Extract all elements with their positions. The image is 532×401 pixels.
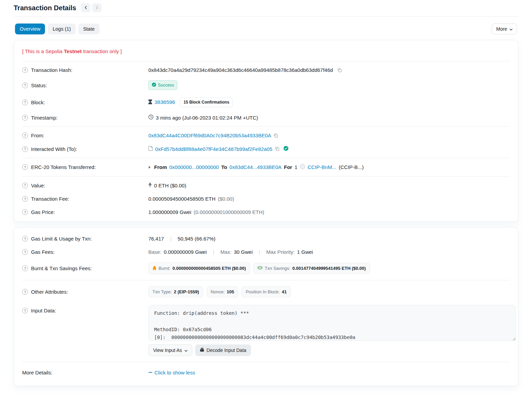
erc20-for-word: For (284, 164, 292, 170)
separator: | (213, 249, 214, 255)
decode-icon (200, 348, 204, 353)
divider (22, 280, 510, 280)
testnet-notice: [ This is a Sepolia Testnet transaction … (22, 43, 510, 59)
input-data-label: Input Data: (31, 308, 56, 313)
transaction-hash-label: Transaction Hash: (31, 67, 72, 73)
nonce-value: 105 (227, 289, 234, 294)
erc20-to-word: To (221, 164, 227, 170)
divider (22, 126, 510, 127)
help-icon (22, 82, 28, 88)
help-icon (22, 236, 28, 242)
divider (22, 176, 510, 176)
minus-icon (148, 370, 152, 375)
status-badge: Success (148, 80, 177, 90)
chevron-down-icon (184, 348, 188, 353)
view-input-as-button[interactable]: View Input As (148, 344, 192, 356)
help-icon (22, 308, 28, 313)
max-fee-label: Max: (220, 249, 232, 255)
block-number-link[interactable]: 3836596 (154, 99, 175, 105)
previous-transaction-button[interactable] (81, 3, 90, 12)
transaction-fee-usd: ($0.00) (218, 196, 234, 202)
chevron-left-icon (85, 5, 87, 11)
gas-limit-label: Gas Limit & Usage by Txn: (31, 236, 92, 242)
value-label: Value: (31, 183, 45, 188)
nonce-badge: Nonce: 105 (207, 286, 238, 297)
base-fee-value: 0.000000009 Gwei (164, 249, 207, 255)
help-icon (22, 183, 28, 188)
txn-type-badge: Txn Type: 2 (EIP-1559) (148, 286, 203, 297)
contract-file-icon (148, 146, 153, 152)
chevron-right-icon (96, 5, 98, 11)
testnet-notice-prefix: [ This is a Sepolia (22, 48, 64, 54)
transaction-fee-value: 0.000050945000458505 ETH (148, 196, 216, 202)
status-text: Success (158, 83, 174, 88)
erc20-amount: 1 (295, 164, 297, 170)
burnt-value: 0.000000000000458505 ETH ($0.00) (173, 266, 246, 271)
value-amount: 0 ETH ($0.00) (154, 183, 186, 188)
other-attributes-label: Other Attributes: (31, 289, 68, 295)
burnt-label: Burnt: (159, 266, 171, 271)
erc20-label: ERC-20 Tokens Transferred: (31, 164, 96, 170)
to-address-link[interactable]: 0xFd57b4ddBf88a4e07fF4e34C487b99af2Fe82a… (155, 146, 272, 152)
help-icon (22, 115, 28, 121)
tabs: Overview Logs (1) State (15, 24, 100, 34)
copy-icon[interactable] (274, 133, 278, 138)
position-in-block-value: 41 (282, 289, 286, 294)
money-wings-icon (257, 266, 263, 271)
timestamp-value: 3 mins ago (Jul-06-2023 01:02:24 PM +UTC… (156, 115, 258, 121)
eth-icon (148, 182, 152, 188)
position-in-block-label: Position In Block: (246, 289, 280, 294)
clock-icon (148, 114, 153, 121)
more-button[interactable]: More (492, 24, 517, 34)
help-icon (22, 209, 28, 215)
gas-limit-value: 76,417 (148, 236, 164, 242)
next-transaction-button[interactable] (92, 3, 102, 12)
erc20-token-link[interactable]: CCIP-BnM... (308, 164, 336, 170)
erc20-to-address-link[interactable]: 0x83dC44...4933BE0A (230, 164, 282, 170)
tab-state[interactable]: State (78, 24, 100, 34)
row-burnt-savings: Burnt & Txn Savings Fees: Burnt: 0.00000… (22, 259, 510, 278)
help-icon (22, 265, 28, 271)
help-icon (22, 289, 28, 295)
erc20-from-word: From (154, 164, 167, 170)
row-more-details: More Details: Click to show less (22, 364, 510, 383)
status-label: Status: (31, 82, 47, 88)
decode-input-data-button[interactable]: Decode Input Data (195, 344, 251, 356)
row-erc20-transfers: ERC-20 Tokens Transferred: From 0x000000… (22, 160, 510, 174)
tab-overview[interactable]: Overview (15, 24, 45, 34)
tab-logs[interactable]: Logs (1) (48, 24, 75, 34)
nonce-label: Nonce: (211, 289, 225, 294)
help-icon (22, 196, 28, 202)
verified-check-icon (283, 146, 289, 152)
row-value: Value: 0 ETH ($0.00) (22, 179, 510, 192)
copy-icon[interactable] (337, 68, 342, 73)
interacted-with-label: Interacted With (To): (31, 146, 77, 152)
more-label: More (496, 26, 507, 32)
burnt-savings-label: Burnt & Txn Savings Fees: (31, 265, 92, 271)
gas-used-value: 50,945 (66.67%) (178, 236, 216, 242)
row-from: From: 0x83dC44a4C00DFf69d0A0c7c94B20b53a… (22, 129, 510, 142)
position-in-block-badge: Position In Block: 41 (241, 286, 291, 297)
help-icon (22, 249, 28, 255)
row-status: Status: Success (22, 77, 510, 94)
gas-fees-label: Gas Fees: (31, 249, 55, 255)
copy-icon[interactable] (275, 146, 280, 151)
from-address-link[interactable]: 0x83dC44a4C00DFf69d0A0c7c94B20b53a4933BE… (148, 133, 271, 138)
divider (22, 61, 510, 61)
tabs-row: Overview Logs (1) State More (14, 17, 518, 40)
txn-savings-badge: Txn Savings: 0.001477404999541495 ETH ($… (253, 263, 370, 274)
block-label: Block: (31, 99, 45, 105)
decode-input-data-label: Decode Input Data (207, 348, 247, 353)
gas-price-value: 1.000000009 Gwei (148, 209, 191, 215)
txn-savings-label: Txn Savings: (265, 266, 290, 271)
page-header: Transaction Details (14, 0, 518, 17)
show-less-link[interactable]: Click to show less (148, 370, 195, 375)
row-timestamp: Timestamp: 3 mins ago (Jul-06-2023 01:02… (22, 111, 510, 124)
erc20-from-address-link[interactable]: 0x000000...00000000 (169, 164, 219, 170)
details-card: Gas Limit & Usage by Txn: 76,417 | 50,94… (14, 227, 518, 386)
row-input-data: Input Data: Function: drip(address token… (22, 301, 510, 360)
row-other-attributes: Other Attributes: Txn Type: 2 (EIP-1559)… (22, 282, 510, 301)
transaction-fee-label: Transaction Fee: (31, 196, 69, 202)
input-data-textarea[interactable]: Function: drip(address token) *** Method… (148, 305, 516, 341)
timestamp-label: Timestamp: (31, 115, 58, 121)
